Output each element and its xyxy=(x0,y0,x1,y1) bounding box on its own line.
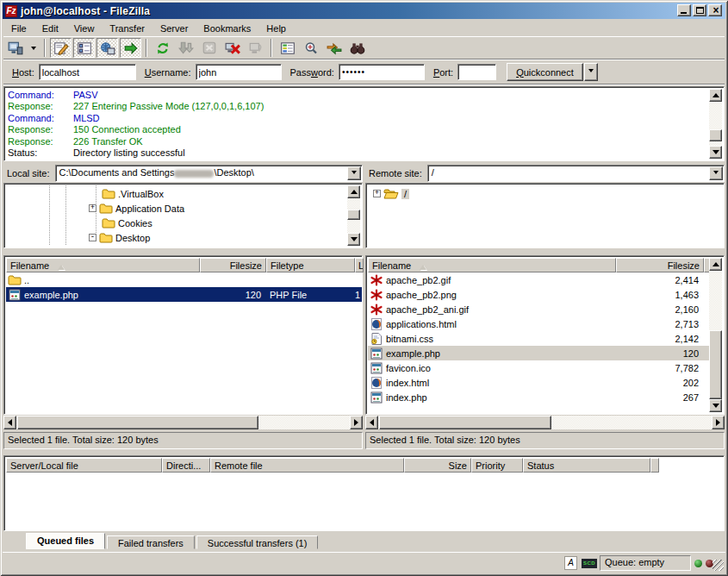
maximize-button[interactable] xyxy=(693,4,706,16)
column-header-filesize[interactable]: Filesize xyxy=(616,258,704,272)
tree-item-desktop[interactable]: - Desktop xyxy=(89,230,150,245)
cancel-operation-button[interactable] xyxy=(198,38,220,58)
file-row[interactable]: favicon.ico 7,782 xyxy=(368,360,711,375)
tree-item-virtualbox[interactable]: .VirtualBox xyxy=(99,186,164,201)
menu-file[interactable]: File xyxy=(3,22,34,35)
quickconnect-dropdown-button[interactable] xyxy=(584,63,598,81)
remote-site-combobox[interactable]: / xyxy=(427,165,725,182)
scroll-up-button[interactable] xyxy=(709,89,722,102)
scrollbar-thumb[interactable] xyxy=(709,129,722,141)
column-header-filename[interactable]: Filename xyxy=(6,258,200,272)
file-row[interactable]: index.html 202 xyxy=(368,375,711,390)
file-row[interactable]: bitnami.css 2,142 xyxy=(368,331,711,346)
title-bar[interactable]: Fz john@localhost - FileZilla × xyxy=(3,3,725,19)
local-site-combobox[interactable]: C:\Documents and Settings\Desktop\ xyxy=(55,165,363,182)
tree-item-root[interactable]: + / xyxy=(373,186,409,201)
remote-list-scrollbar[interactable] xyxy=(709,258,722,412)
combo-dropdown-button[interactable] xyxy=(709,166,723,180)
column-header-remote-file[interactable]: Remote file xyxy=(210,458,404,473)
scroll-up-button[interactable] xyxy=(347,185,360,198)
file-row[interactable]: index.php 267 xyxy=(368,390,711,404)
disconnect-button[interactable] xyxy=(221,38,243,58)
scrollbar-thumb[interactable] xyxy=(709,330,722,399)
host-input[interactable] xyxy=(39,64,136,80)
toggle-local-tree-button[interactable] xyxy=(73,38,95,58)
combo-dropdown-button[interactable] xyxy=(347,166,361,180)
close-button[interactable]: × xyxy=(708,4,722,16)
file-row[interactable]: apache_pb2_ani.gif 2,160 xyxy=(368,302,711,316)
tree-item-cookies[interactable]: Cookies xyxy=(99,216,152,230)
minimize-button[interactable] xyxy=(677,4,691,16)
scroll-down-button[interactable] xyxy=(709,399,722,412)
scrollbar-thumb[interactable] xyxy=(17,416,258,429)
column-header-filetype[interactable]: Filetype xyxy=(266,258,355,272)
file-row-parent-dir[interactable]: .. xyxy=(6,272,362,287)
root-label: / xyxy=(401,189,409,199)
tab-successful-transfers[interactable]: Successful transfers (1) xyxy=(196,535,319,549)
port-input[interactable] xyxy=(457,64,496,80)
tab-failed-transfers[interactable]: Failed transfers xyxy=(107,535,195,549)
site-manager-dropdown-button[interactable] xyxy=(28,38,40,58)
toggle-transfer-queue-button[interactable] xyxy=(120,38,141,58)
scroll-up-button[interactable] xyxy=(709,258,722,271)
file-row-example-php[interactable]: example.php 120 PHP File 1 xyxy=(6,287,362,302)
reconnect-button[interactable] xyxy=(245,38,266,58)
local-tree-scrollbar[interactable] xyxy=(347,185,360,246)
scroll-left-button[interactable] xyxy=(3,416,16,429)
scrollbar-thumb[interactable] xyxy=(379,416,551,429)
remote-list-hscrollbar[interactable] xyxy=(365,416,725,429)
file-row[interactable]: apache_pb2.gif 2,414 xyxy=(368,272,711,287)
scroll-down-button[interactable] xyxy=(709,146,722,159)
file-row[interactable]: apache_pb2.png 1,463 xyxy=(368,287,711,302)
transfer-type-indicator[interactable]: A xyxy=(564,556,577,570)
scrollbar-thumb[interactable] xyxy=(347,210,360,220)
scroll-down-button[interactable] xyxy=(347,233,360,246)
directory-listing-filters-button[interactable] xyxy=(277,38,298,58)
menu-bookmarks[interactable]: Bookmarks xyxy=(196,22,258,35)
column-header-filesize[interactable]: Filesize xyxy=(200,258,266,272)
directory-comparison-button[interactable] xyxy=(300,38,321,58)
queue-body[interactable] xyxy=(6,473,722,529)
quickconnect-button[interactable]: Quickconnect xyxy=(507,63,583,81)
log-scrollbar[interactable] xyxy=(709,89,722,159)
column-header-size[interactable]: Size xyxy=(404,458,471,473)
tab-queued-files[interactable]: Queued files xyxy=(26,533,105,549)
file-row-selected[interactable]: example.php 120 xyxy=(368,346,711,360)
find-files-button[interactable] xyxy=(346,38,368,58)
file-row[interactable]: applications.html 2,713 xyxy=(368,316,711,331)
process-queue-button[interactable] xyxy=(175,38,196,58)
password-input[interactable] xyxy=(339,64,425,80)
scroll-right-button[interactable] xyxy=(350,416,363,429)
menu-help[interactable]: Help xyxy=(258,22,294,35)
refresh-button[interactable] xyxy=(152,38,173,58)
column-header-status[interactable]: Status xyxy=(523,458,650,473)
column-header-direction[interactable]: Directi... xyxy=(162,458,210,473)
menu-view[interactable]: View xyxy=(66,22,103,35)
synchronized-browsing-button[interactable] xyxy=(323,38,345,58)
column-header-priority[interactable]: Priority xyxy=(471,458,523,473)
menu-edit[interactable]: Edit xyxy=(34,22,66,35)
collapse-icon[interactable]: - xyxy=(89,234,96,241)
tree-item-application-data[interactable]: + Application Data xyxy=(89,201,184,216)
arrow-right-icon xyxy=(354,419,362,426)
column-header-filename[interactable]: Filename xyxy=(368,258,616,272)
toggle-remote-tree-button[interactable] xyxy=(96,38,118,58)
local-site-row: Local site: C:\Documents and Settings\De… xyxy=(3,165,363,182)
local-list-hscrollbar[interactable] xyxy=(3,416,363,429)
remote-tree-icon xyxy=(100,41,115,55)
site-manager-button[interactable] xyxy=(4,38,26,58)
apache-file-icon xyxy=(370,304,383,316)
resize-grip[interactable] xyxy=(712,560,724,571)
speed-limits-indicator[interactable]: SCD xyxy=(582,559,597,568)
username-input[interactable] xyxy=(196,64,282,80)
toggle-message-log-button[interactable] xyxy=(50,38,72,58)
expand-icon[interactable]: + xyxy=(373,190,381,197)
scroll-left-button[interactable] xyxy=(365,416,378,429)
expand-icon[interactable]: + xyxy=(89,204,96,212)
message-log-body[interactable]: Command:PASV Response:227 Entering Passi… xyxy=(6,89,708,159)
column-header-server-local-file[interactable]: Server/Local file xyxy=(6,458,162,473)
column-header-last-modified[interactable]: L xyxy=(355,258,364,272)
menu-server[interactable]: Server xyxy=(152,22,196,35)
menu-transfer[interactable]: Transfer xyxy=(102,22,152,35)
scroll-right-button[interactable] xyxy=(712,416,725,429)
